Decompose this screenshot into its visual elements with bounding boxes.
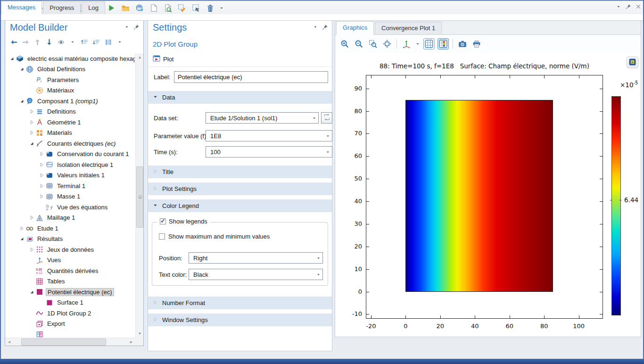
grid-button[interactable]: [423, 38, 435, 50]
tree-item-jeux-de-donn-es[interactable]: Jeux de données: [6, 244, 135, 255]
move-down-button[interactable]: [44, 37, 54, 47]
collapse-tree-button[interactable]: [91, 37, 101, 47]
expander-open-icon[interactable]: [8, 55, 15, 62]
section-color-legend[interactable]: Color Legend: [148, 199, 332, 212]
tab-graphics[interactable]: Graphics: [336, 21, 374, 35]
zoom-out-button[interactable]: [353, 38, 364, 50]
tree-item-r-sultats[interactable]: Résultats: [6, 234, 135, 245]
scroll-down-arrow-icon[interactable]: ▼: [136, 330, 144, 338]
label-input[interactable]: [174, 71, 328, 83]
position-combobox[interactable]: Right: [189, 252, 323, 264]
zoom-in-button[interactable]: [339, 38, 350, 50]
menu-caret-button[interactable]: [68, 37, 77, 47]
section-data[interactable]: Data: [148, 91, 332, 104]
parameter-value-combobox[interactable]: 1E8: [206, 130, 332, 141]
close-icon[interactable]: [636, 4, 641, 11]
expander-closed-icon[interactable]: [18, 225, 25, 232]
tree-item-materials[interactable]: Materials: [6, 128, 135, 139]
expander-open-icon[interactable]: [18, 236, 25, 242]
columns-button[interactable]: [103, 37, 113, 47]
show-eye-button[interactable]: [56, 37, 66, 47]
scrollbar-thumb[interactable]: [21, 339, 106, 346]
tree-horizontal-scrollbar[interactable]: ◄ ►: [5, 338, 135, 346]
section-plot-settings[interactable]: Plot Settings: [148, 182, 332, 195]
pin-icon[interactable]: [322, 24, 328, 32]
tree-item-1d-plot-group-2[interactable]: 1D Plot Group 2: [6, 308, 135, 319]
scroll-up-arrow-icon[interactable]: ▲: [136, 53, 144, 61]
plot-button[interactable]: Plot: [153, 54, 173, 64]
pin-icon[interactable]: [626, 4, 631, 11]
pin-icon[interactable]: [133, 24, 140, 32]
expander-closed-icon[interactable]: [38, 172, 45, 179]
section-number-format[interactable]: Number Format: [148, 297, 332, 309]
section-window-settings[interactable]: Window Settings: [148, 314, 332, 326]
tree-item-etude-1[interactable]: Etude 1: [6, 223, 135, 234]
panel-menu-caret-icon[interactable]: [124, 24, 130, 32]
tree-item-global-definitions[interactable]: Global Definitions: [6, 64, 135, 75]
show-legends-checkbox[interactable]: [160, 218, 166, 224]
tree-item-definitions[interactable]: Definitions: [6, 107, 135, 117]
tree-item-conservation-du-courant-1[interactable]: Conservation du courant 1: [6, 149, 135, 160]
tree-item-isolation-lectrique-1[interactable]: Isolation électrique 1: [6, 159, 135, 170]
switch-data-set-button[interactable]: [321, 112, 332, 124]
expander-open-icon[interactable]: [28, 140, 35, 147]
plot-window-button[interactable]: [627, 57, 638, 68]
text-color-combobox[interactable]: Black: [189, 269, 323, 280]
tab-messages[interactable]: Messages: [1, 1, 42, 15]
expander-closed-icon[interactable]: [38, 151, 45, 157]
tree-item-mat-riaux[interactable]: Matériaux: [6, 85, 135, 96]
expander-closed-icon[interactable]: [28, 130, 35, 136]
expander-closed-icon[interactable]: [38, 193, 45, 200]
move-up-button[interactable]: [33, 37, 42, 47]
go-back-button[interactable]: [9, 37, 18, 47]
section-title[interactable]: Title: [148, 165, 332, 178]
plot-canvas[interactable]: 88: Time=100 s, f=1E8 Surface: Champ éle…: [335, 53, 641, 337]
show-max-min-checkbox[interactable]: [159, 233, 165, 240]
scrollbar-thumb[interactable]: [136, 166, 143, 228]
tab-log[interactable]: Log: [82, 1, 105, 14]
tree-item-electric-essai-mat-riau-composite-hexagon[interactable]: electric essai matériau composite hexago…: [6, 53, 135, 64]
tree-item-g-om-trie-1[interactable]: Géométrie 1: [6, 117, 135, 128]
tree-item-parameters[interactable]: PiParameters: [6, 74, 135, 85]
tree-item-surface-1[interactable]: Surface 1: [6, 298, 135, 308]
time-combobox[interactable]: 100: [206, 146, 332, 157]
tree-item-potentiel-lectrique-ec[interactable]: Potentiel électrique (ec): [6, 287, 135, 298]
zoom-box-button[interactable]: [367, 38, 379, 50]
print-button[interactable]: [471, 38, 482, 50]
menu-caret-button[interactable]: [115, 37, 124, 47]
expander-closed-icon[interactable]: [38, 161, 45, 168]
tree-item-vues[interactable]: Vues: [6, 255, 135, 266]
snapshot-camera-button[interactable]: [457, 38, 468, 50]
expander-closed-icon[interactable]: [38, 182, 45, 189]
tree-item-report[interactable]: [6, 329, 135, 338]
scroll-right-arrow-icon[interactable]: ►: [127, 338, 135, 346]
tree-item-vue-des-quations[interactable]: ∂u∂t:fVue des équations: [6, 202, 135, 213]
tree-item-terminal-1[interactable]: Terminal 1: [6, 181, 135, 191]
color-legend-button[interactable]: [438, 38, 449, 50]
expander-closed-icon[interactable]: [28, 108, 35, 115]
tab-convergence-plot-1[interactable]: Convergence Plot 1: [375, 22, 442, 34]
tree-vertical-scrollbar[interactable]: ▲ ▼: [135, 53, 143, 338]
go-forward-button[interactable]: [21, 37, 30, 47]
zoom-extents-button[interactable]: [381, 38, 393, 50]
expander-closed-icon[interactable]: [28, 215, 35, 221]
expander-open-icon[interactable]: [28, 289, 35, 295]
tree-item-tables[interactable]: Tables: [6, 276, 135, 287]
expand-tree-button[interactable]: [80, 37, 89, 47]
tree-item-maillage-1[interactable]: Maillage 1: [6, 213, 135, 223]
axis-orientation-button[interactable]: [401, 38, 412, 50]
scroll-left-arrow-icon[interactable]: ◄: [5, 338, 13, 346]
panel-menu-caret-icon[interactable]: [313, 24, 318, 32]
tree-item-export[interactable]: Export: [6, 319, 135, 330]
expander-open-icon[interactable]: [18, 98, 25, 104]
tree-item-courants-lectriques[interactable]: Courants électriques (ec): [6, 138, 135, 149]
menu-caret-button[interactable]: [415, 38, 421, 50]
expander-closed-icon[interactable]: [28, 246, 35, 253]
show-max-min-row[interactable]: Show maximum and minimum values: [159, 233, 270, 240]
tree-item-valeurs-initiales-1[interactable]: Valeurs initiales 1: [6, 170, 135, 181]
show-legends-row[interactable]: Show legends: [157, 218, 210, 225]
tree-item-composant-1[interactable]: ΩComposant 1 (comp1): [6, 96, 135, 107]
tree-item-quantit-s-d-riv-es[interactable]: 8.85e-12Quantités dérivées: [6, 265, 135, 276]
tab-progress[interactable]: Progress: [43, 1, 81, 14]
tree-item-masse-1[interactable]: Masse 1: [6, 191, 135, 202]
